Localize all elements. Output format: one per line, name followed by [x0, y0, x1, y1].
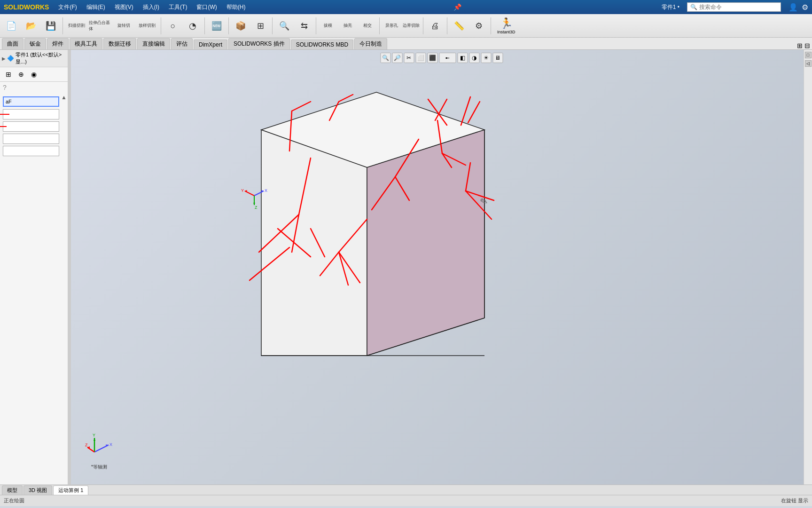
right-btn-1[interactable]: □ — [805, 52, 812, 58]
svg-marker-1 — [261, 130, 367, 356]
tree-item-label: 零件1 (默认<<默认>显...) — [16, 51, 66, 65]
input-group-1 — [0, 95, 68, 108]
tab-evaluate[interactable]: 评估 — [171, 38, 193, 49]
new-feat-icon: 🆕 — [211, 22, 222, 30]
intersect-button[interactable]: 相交 — [358, 16, 377, 36]
instant3d-label: Instant3D — [497, 30, 515, 34]
wrap-button[interactable]: 📦 — [231, 16, 250, 36]
search-input[interactable] — [699, 4, 774, 10]
input-field-1[interactable] — [3, 96, 59, 107]
collapse-icon[interactable]: ⊟ — [804, 42, 810, 49]
tab-today-manufacture[interactable]: 今日制造 — [354, 38, 387, 49]
input-field-4[interactable] — [3, 134, 59, 144]
input-field-5[interactable] — [3, 146, 59, 156]
tab-mold-tools[interactable]: 模具工具 — [70, 38, 102, 49]
tab-surface[interactable]: 曲面 — [2, 38, 23, 49]
menu-help[interactable]: 帮助(H) — [225, 2, 248, 12]
scan-cut-button[interactable]: 扫描切割 — [65, 16, 88, 36]
place-cut-button[interactable]: 放样切割 — [136, 16, 158, 36]
sep2 — [161, 17, 161, 34]
grid-view-btn[interactable]: ⊞ — [3, 69, 14, 80]
compare-icon: ⇆ — [301, 22, 308, 30]
pattern-button[interactable]: ⊞ — [251, 16, 270, 36]
tab-sw-plugins[interactable]: SOLIDWORKS 插件 — [228, 38, 290, 49]
input-field-3[interactable] — [3, 121, 59, 132]
tab-3d-view[interactable]: 3D 视图 — [23, 485, 52, 495]
3d-box — [165, 73, 564, 412]
vp-display-btn[interactable]: ▪▫ — [439, 53, 456, 63]
save-button[interactable]: 💾 — [41, 16, 60, 36]
menu-file[interactable]: 文件(F) — [56, 2, 78, 12]
help-btn[interactable]: ? — [0, 82, 68, 93]
tab-model[interactable]: 模型 — [2, 485, 23, 495]
svg-text:Y: Y — [241, 188, 244, 193]
menu-insert[interactable]: 插入(I) — [141, 2, 161, 12]
search-icon: 🔍 — [690, 4, 697, 10]
status-bar: 正在绘圆 在旋钮 显示 — [0, 495, 812, 506]
settings-icon[interactable]: ⚙ — [802, 3, 808, 12]
sep7 — [379, 17, 380, 34]
hole-button[interactable]: 异形孔 — [382, 16, 401, 36]
user-icon[interactable]: 👤 — [789, 3, 798, 12]
vp-filter-btn[interactable]: ⬛ — [427, 53, 437, 63]
menu-edit[interactable]: 编辑(E) — [85, 2, 107, 12]
ref-button[interactable]: 边界切除 — [402, 16, 421, 36]
vp-cursor-btn[interactable]: ✂ — [404, 53, 414, 63]
expand-icon[interactable]: ⊞ — [797, 42, 803, 49]
title-bar: SOLIDWORKS 文件(F) 编辑(E) 视图(V) 插入(I) 工具(T)… — [0, 0, 812, 14]
vp-view-btn[interactable]: ◑ — [469, 53, 479, 63]
arc-button[interactable]: ◔ — [183, 16, 202, 36]
circle-button[interactable]: ○ — [164, 16, 182, 36]
new-feat-button[interactable]: 🆕 — [207, 16, 226, 36]
instant3d-button[interactable]: 🏃 Instant3D — [493, 16, 519, 36]
pattern-icon: ⊞ — [257, 22, 264, 30]
svg-line-44 — [87, 447, 94, 452]
vp-monitor-btn[interactable]: 🖥 — [492, 53, 503, 63]
tab-dimxpert[interactable]: DimXpert — [194, 40, 227, 49]
measure-button[interactable]: 📏 — [450, 16, 468, 36]
new-button[interactable]: 📄 — [2, 16, 21, 36]
extract-button[interactable]: 🔍 — [275, 16, 294, 36]
left-panel-header: ▶ 🔷 零件1 (默认<<默认>显...) — [0, 50, 68, 67]
left-panel: ▶ 🔷 零件1 (默认<<默认>显...) ⊞ ⊕ ◉ ? ▲ — [0, 50, 68, 484]
menu-tools[interactable]: 工具(T) — [167, 2, 189, 12]
tab-data-migration[interactable]: 数据迁移 — [103, 38, 136, 49]
scroll-up-btn[interactable]: ▲ — [61, 94, 67, 101]
vp-search-btn[interactable]: 🔍 — [380, 53, 390, 63]
vp-select-btn[interactable]: ⬜ — [415, 53, 426, 63]
svg-line-7 — [292, 102, 311, 111]
pull-button[interactable]: 拉伸凸台基体 — [89, 16, 111, 36]
vp-zoom-btn[interactable]: 🔎 — [392, 53, 402, 63]
sep6 — [316, 17, 316, 34]
fillet-button[interactable]: 拔模 — [319, 16, 337, 36]
print-button[interactable]: 🖨 — [426, 16, 445, 36]
open-button[interactable]: 📂 — [22, 16, 40, 36]
settings-btn2[interactable]: ⚙ — [469, 16, 488, 36]
center-triad: X Y Z — [240, 182, 268, 211]
menu-window[interactable]: 窗口(W) — [195, 2, 219, 12]
input-group-3 — [0, 120, 68, 133]
tab-sheet-metal[interactable]: 钣金 — [24, 38, 46, 49]
crosshair-btn[interactable]: ⊕ — [16, 69, 27, 80]
input-group-4 — [0, 133, 68, 145]
shell-button[interactable]: 抽壳 — [338, 16, 357, 36]
rotate-cut-button[interactable]: 旋转切 — [112, 16, 135, 36]
vp-scene-btn[interactable]: ☀ — [481, 53, 491, 63]
input-field-2[interactable] — [3, 109, 59, 119]
svg-text:Z: Z — [255, 205, 258, 210]
circle-btn[interactable]: ◉ — [28, 69, 39, 80]
vp-light-btn[interactable]: ◧ — [457, 53, 468, 63]
viewport[interactable]: 🔍 🔎 ✂ ⬜ ⬛ ▪▫ ◧ ◑ ☀ 🖥 — [71, 50, 812, 484]
extract-icon: 🔍 — [279, 22, 289, 30]
tab-direct-edit[interactable]: 直接编辑 — [137, 38, 170, 49]
pin-button[interactable]: 📌 — [453, 2, 462, 12]
right-btn-2[interactable]: ◁ — [805, 60, 812, 67]
tab-motion[interactable]: 运动算例 1 — [53, 485, 88, 495]
compare-button[interactable]: ⇆ — [295, 16, 313, 36]
tab-sw-mbd[interactable]: SOLIDWORKS MBD — [291, 40, 353, 49]
new-icon: 📄 — [6, 22, 16, 30]
sep8 — [423, 17, 423, 34]
viewport-toolbar: 🔍 🔎 ✂ ⬜ ⬛ ▪▫ ◧ ◑ ☀ 🖥 — [380, 53, 503, 63]
menu-view[interactable]: 视图(V) — [113, 2, 135, 12]
tab-weldment[interactable]: 焊件 — [47, 38, 69, 49]
